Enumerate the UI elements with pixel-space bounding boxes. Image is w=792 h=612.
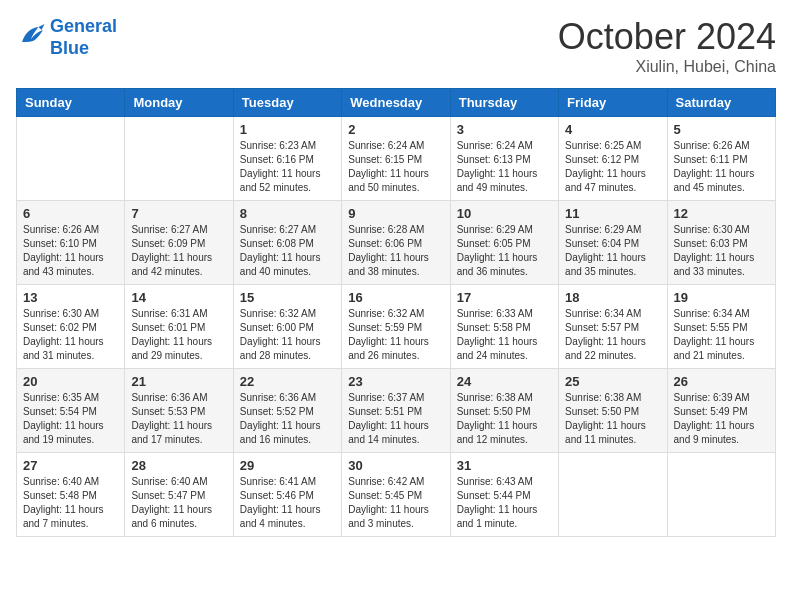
day-info: Sunrise: 6:23 AMSunset: 6:16 PMDaylight:… — [240, 139, 335, 195]
calendar-cell: 26Sunrise: 6:39 AMSunset: 5:49 PMDayligh… — [667, 369, 775, 453]
day-number: 18 — [565, 290, 660, 305]
calendar-week-1: 1Sunrise: 6:23 AMSunset: 6:16 PMDaylight… — [17, 117, 776, 201]
day-info: Sunrise: 6:40 AMSunset: 5:48 PMDaylight:… — [23, 475, 118, 531]
day-number: 16 — [348, 290, 443, 305]
day-number: 11 — [565, 206, 660, 221]
day-info: Sunrise: 6:27 AMSunset: 6:08 PMDaylight:… — [240, 223, 335, 279]
day-number: 20 — [23, 374, 118, 389]
day-header-thursday: Thursday — [450, 89, 558, 117]
page-header: General Blue October 2024 Xiulin, Hubei,… — [16, 16, 776, 76]
calendar-cell: 13Sunrise: 6:30 AMSunset: 6:02 PMDayligh… — [17, 285, 125, 369]
location-title: Xiulin, Hubei, China — [558, 58, 776, 76]
logo-icon — [16, 21, 46, 55]
day-info: Sunrise: 6:26 AMSunset: 6:10 PMDaylight:… — [23, 223, 118, 279]
calendar-cell: 12Sunrise: 6:30 AMSunset: 6:03 PMDayligh… — [667, 201, 775, 285]
month-title: October 2024 — [558, 16, 776, 58]
calendar-cell: 29Sunrise: 6:41 AMSunset: 5:46 PMDayligh… — [233, 453, 341, 537]
day-number: 29 — [240, 458, 335, 473]
day-number: 23 — [348, 374, 443, 389]
day-number: 1 — [240, 122, 335, 137]
day-number: 19 — [674, 290, 769, 305]
day-number: 9 — [348, 206, 443, 221]
calendar-cell: 31Sunrise: 6:43 AMSunset: 5:44 PMDayligh… — [450, 453, 558, 537]
day-info: Sunrise: 6:33 AMSunset: 5:58 PMDaylight:… — [457, 307, 552, 363]
day-header-sunday: Sunday — [17, 89, 125, 117]
calendar-cell: 3Sunrise: 6:24 AMSunset: 6:13 PMDaylight… — [450, 117, 558, 201]
calendar-cell: 30Sunrise: 6:42 AMSunset: 5:45 PMDayligh… — [342, 453, 450, 537]
day-info: Sunrise: 6:26 AMSunset: 6:11 PMDaylight:… — [674, 139, 769, 195]
calendar-cell: 1Sunrise: 6:23 AMSunset: 6:16 PMDaylight… — [233, 117, 341, 201]
calendar-cell: 14Sunrise: 6:31 AMSunset: 6:01 PMDayligh… — [125, 285, 233, 369]
calendar-cell — [559, 453, 667, 537]
day-info: Sunrise: 6:35 AMSunset: 5:54 PMDaylight:… — [23, 391, 118, 447]
calendar-cell: 28Sunrise: 6:40 AMSunset: 5:47 PMDayligh… — [125, 453, 233, 537]
day-header-monday: Monday — [125, 89, 233, 117]
calendar-cell: 6Sunrise: 6:26 AMSunset: 6:10 PMDaylight… — [17, 201, 125, 285]
day-info: Sunrise: 6:36 AMSunset: 5:52 PMDaylight:… — [240, 391, 335, 447]
day-info: Sunrise: 6:39 AMSunset: 5:49 PMDaylight:… — [674, 391, 769, 447]
calendar-cell: 11Sunrise: 6:29 AMSunset: 6:04 PMDayligh… — [559, 201, 667, 285]
day-number: 25 — [565, 374, 660, 389]
calendar-week-5: 27Sunrise: 6:40 AMSunset: 5:48 PMDayligh… — [17, 453, 776, 537]
day-number: 27 — [23, 458, 118, 473]
day-info: Sunrise: 6:36 AMSunset: 5:53 PMDaylight:… — [131, 391, 226, 447]
day-info: Sunrise: 6:43 AMSunset: 5:44 PMDaylight:… — [457, 475, 552, 531]
day-header-tuesday: Tuesday — [233, 89, 341, 117]
day-info: Sunrise: 6:40 AMSunset: 5:47 PMDaylight:… — [131, 475, 226, 531]
day-number: 22 — [240, 374, 335, 389]
calendar-cell: 4Sunrise: 6:25 AMSunset: 6:12 PMDaylight… — [559, 117, 667, 201]
calendar-header-row: SundayMondayTuesdayWednesdayThursdayFrid… — [17, 89, 776, 117]
day-number: 3 — [457, 122, 552, 137]
day-number: 4 — [565, 122, 660, 137]
calendar-cell: 27Sunrise: 6:40 AMSunset: 5:48 PMDayligh… — [17, 453, 125, 537]
day-info: Sunrise: 6:29 AMSunset: 6:04 PMDaylight:… — [565, 223, 660, 279]
calendar-cell — [125, 117, 233, 201]
calendar-cell: 7Sunrise: 6:27 AMSunset: 6:09 PMDaylight… — [125, 201, 233, 285]
day-info: Sunrise: 6:25 AMSunset: 6:12 PMDaylight:… — [565, 139, 660, 195]
calendar-week-2: 6Sunrise: 6:26 AMSunset: 6:10 PMDaylight… — [17, 201, 776, 285]
day-info: Sunrise: 6:38 AMSunset: 5:50 PMDaylight:… — [457, 391, 552, 447]
calendar-table: SundayMondayTuesdayWednesdayThursdayFrid… — [16, 88, 776, 537]
calendar-cell: 21Sunrise: 6:36 AMSunset: 5:53 PMDayligh… — [125, 369, 233, 453]
calendar-cell: 15Sunrise: 6:32 AMSunset: 6:00 PMDayligh… — [233, 285, 341, 369]
calendar-cell: 17Sunrise: 6:33 AMSunset: 5:58 PMDayligh… — [450, 285, 558, 369]
day-info: Sunrise: 6:28 AMSunset: 6:06 PMDaylight:… — [348, 223, 443, 279]
calendar-cell: 24Sunrise: 6:38 AMSunset: 5:50 PMDayligh… — [450, 369, 558, 453]
logo-text: General Blue — [50, 16, 117, 59]
day-number: 13 — [23, 290, 118, 305]
day-info: Sunrise: 6:32 AMSunset: 6:00 PMDaylight:… — [240, 307, 335, 363]
day-number: 10 — [457, 206, 552, 221]
day-number: 31 — [457, 458, 552, 473]
day-info: Sunrise: 6:31 AMSunset: 6:01 PMDaylight:… — [131, 307, 226, 363]
day-info: Sunrise: 6:24 AMSunset: 6:13 PMDaylight:… — [457, 139, 552, 195]
calendar-cell — [667, 453, 775, 537]
day-info: Sunrise: 6:34 AMSunset: 5:57 PMDaylight:… — [565, 307, 660, 363]
day-header-wednesday: Wednesday — [342, 89, 450, 117]
day-info: Sunrise: 6:29 AMSunset: 6:05 PMDaylight:… — [457, 223, 552, 279]
calendar-week-4: 20Sunrise: 6:35 AMSunset: 5:54 PMDayligh… — [17, 369, 776, 453]
day-info: Sunrise: 6:30 AMSunset: 6:02 PMDaylight:… — [23, 307, 118, 363]
day-number: 8 — [240, 206, 335, 221]
day-number: 5 — [674, 122, 769, 137]
day-number: 24 — [457, 374, 552, 389]
day-number: 15 — [240, 290, 335, 305]
logo: General Blue — [16, 16, 117, 59]
day-number: 30 — [348, 458, 443, 473]
day-header-friday: Friday — [559, 89, 667, 117]
day-number: 7 — [131, 206, 226, 221]
day-info: Sunrise: 6:38 AMSunset: 5:50 PMDaylight:… — [565, 391, 660, 447]
calendar-cell: 8Sunrise: 6:27 AMSunset: 6:08 PMDaylight… — [233, 201, 341, 285]
calendar-cell: 5Sunrise: 6:26 AMSunset: 6:11 PMDaylight… — [667, 117, 775, 201]
day-number: 26 — [674, 374, 769, 389]
day-info: Sunrise: 6:34 AMSunset: 5:55 PMDaylight:… — [674, 307, 769, 363]
day-info: Sunrise: 6:24 AMSunset: 6:15 PMDaylight:… — [348, 139, 443, 195]
day-number: 14 — [131, 290, 226, 305]
day-number: 21 — [131, 374, 226, 389]
day-info: Sunrise: 6:42 AMSunset: 5:45 PMDaylight:… — [348, 475, 443, 531]
day-info: Sunrise: 6:41 AMSunset: 5:46 PMDaylight:… — [240, 475, 335, 531]
day-number: 6 — [23, 206, 118, 221]
calendar-cell: 16Sunrise: 6:32 AMSunset: 5:59 PMDayligh… — [342, 285, 450, 369]
day-number: 28 — [131, 458, 226, 473]
day-info: Sunrise: 6:27 AMSunset: 6:09 PMDaylight:… — [131, 223, 226, 279]
day-info: Sunrise: 6:30 AMSunset: 6:03 PMDaylight:… — [674, 223, 769, 279]
